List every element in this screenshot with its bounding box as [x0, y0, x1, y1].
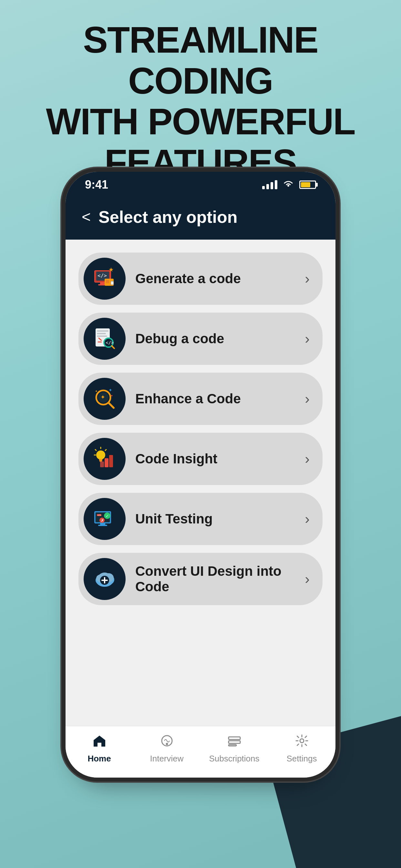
svg-text:✦: ✦ — [100, 394, 105, 400]
svg-text:</>: </> — [105, 340, 114, 345]
svg-line-35 — [95, 450, 96, 451]
debug-label: Debug a code — [135, 331, 295, 346]
svg-rect-27 — [104, 458, 109, 467]
battery-icon — [299, 181, 316, 189]
menu-list: </> ★ 📋 — [66, 240, 335, 618]
svg-line-23 — [109, 403, 114, 408]
home-icon — [92, 734, 106, 751]
svg-rect-13 — [97, 336, 107, 337]
nav-interview[interactable]: Interview — [133, 734, 201, 764]
status-icons — [262, 179, 316, 191]
convert-icon-wrapper — [84, 558, 126, 600]
scrollable-content: </> ★ 📋 — [66, 240, 335, 726]
svg-line-36 — [105, 450, 106, 451]
interview-icon — [160, 734, 174, 751]
menu-item-debug[interactable]: </> Debug a code › — [79, 313, 322, 365]
svg-text:✗: ✗ — [101, 518, 104, 523]
menu-item-insight[interactable]: Code Insight › — [79, 433, 322, 485]
menu-item-generate[interactable]: </> ★ 📋 — [79, 252, 322, 305]
status-bar: 9:41 — [66, 172, 335, 197]
phone-device: 9:41 — [62, 168, 339, 781]
svg-rect-47 — [98, 525, 107, 526]
insight-icon — [92, 446, 118, 472]
subscriptions-nav-label: Subscriptions — [209, 754, 259, 764]
svg-text:✦: ✦ — [95, 390, 97, 393]
nav-home[interactable]: Home — [66, 734, 133, 764]
menu-item-enhance[interactable]: ✦ ✦ ✦ ✦ Enhance a Code › — [79, 373, 322, 425]
battery-fill — [301, 182, 310, 187]
svg-text:✓: ✓ — [105, 514, 109, 518]
svg-rect-8 — [106, 280, 109, 283]
svg-text:✦: ✦ — [109, 388, 112, 393]
svg-point-30 — [96, 451, 105, 460]
enhance-icon: ✦ ✦ ✦ ✦ — [92, 386, 118, 412]
status-time: 9:41 — [85, 178, 108, 191]
insight-label: Code Insight — [135, 451, 295, 467]
testing-label: Unit Testing — [135, 511, 295, 527]
debug-icon: </> — [92, 326, 118, 352]
generate-icon-wrapper: </> ★ 📋 — [84, 258, 126, 300]
svg-rect-32 — [99, 461, 102, 462]
svg-rect-12 — [97, 333, 106, 334]
home-nav-label: Home — [88, 754, 111, 764]
testing-chevron: › — [305, 511, 310, 527]
svg-text:✦: ✦ — [111, 394, 113, 398]
convert-chevron: › — [305, 571, 310, 587]
phone-screen: 9:41 — [66, 172, 335, 778]
subscriptions-icon — [227, 734, 242, 751]
bottom-navigation: Home Interview — [66, 726, 335, 778]
headline-line2: WITH POWERFUL — [46, 101, 355, 142]
svg-rect-61 — [228, 745, 236, 746]
svg-rect-60 — [228, 741, 240, 743]
signal-icon — [262, 180, 277, 189]
page-title: Select any option — [98, 207, 238, 227]
generate-label: Generate a code — [135, 271, 295, 286]
insight-icon-wrapper — [84, 438, 126, 480]
menu-item-testing[interactable]: </> ✓ ✗ U — [79, 493, 322, 545]
settings-nav-label: Settings — [287, 754, 317, 764]
testing-icon: </> ✓ ✗ — [92, 506, 118, 532]
generate-chevron: › — [305, 271, 310, 287]
svg-text:📋: 📋 — [110, 280, 115, 285]
nav-subscriptions[interactable]: Subscriptions — [201, 734, 268, 764]
svg-text:★: ★ — [109, 267, 114, 273]
convert-label: Convert UI Design into Code — [135, 563, 295, 594]
enhance-icon-wrapper: ✦ ✦ ✦ ✦ — [84, 378, 126, 420]
svg-point-62 — [300, 739, 304, 743]
svg-rect-28 — [109, 455, 113, 467]
svg-text:</>: </> — [97, 514, 101, 517]
svg-rect-29 — [100, 461, 104, 467]
svg-rect-59 — [228, 737, 240, 740]
phone-wrapper: 9:41 — [62, 168, 339, 781]
menu-item-convert[interactable]: Convert UI Design into Code › — [79, 553, 322, 605]
svg-line-17 — [112, 346, 114, 348]
insight-chevron: › — [305, 451, 310, 467]
nav-settings[interactable]: Settings — [268, 734, 335, 764]
generate-icon: </> ★ 📋 — [92, 266, 118, 291]
convert-icon — [92, 566, 118, 592]
testing-icon-wrapper: </> ✓ ✗ — [84, 498, 126, 540]
headline-line1: STREAMLINE CODING — [83, 19, 318, 101]
svg-rect-11 — [97, 330, 109, 332]
svg-point-58 — [166, 743, 167, 745]
wifi-icon — [282, 179, 294, 191]
svg-text:</>: </> — [97, 273, 107, 279]
enhance-label: Enhance a Code — [135, 391, 295, 407]
settings-icon — [295, 734, 309, 751]
debug-icon-wrapper: </> — [84, 318, 126, 360]
svg-rect-31 — [99, 459, 102, 461]
back-button[interactable]: < — [82, 209, 91, 225]
debug-chevron: › — [305, 331, 310, 347]
enhance-chevron: › — [305, 391, 310, 407]
headline: STREAMLINE CODING WITH POWERFUL FEATURES — [0, 20, 401, 183]
app-header: < Select any option — [66, 197, 335, 240]
interview-nav-label: Interview — [150, 754, 183, 764]
